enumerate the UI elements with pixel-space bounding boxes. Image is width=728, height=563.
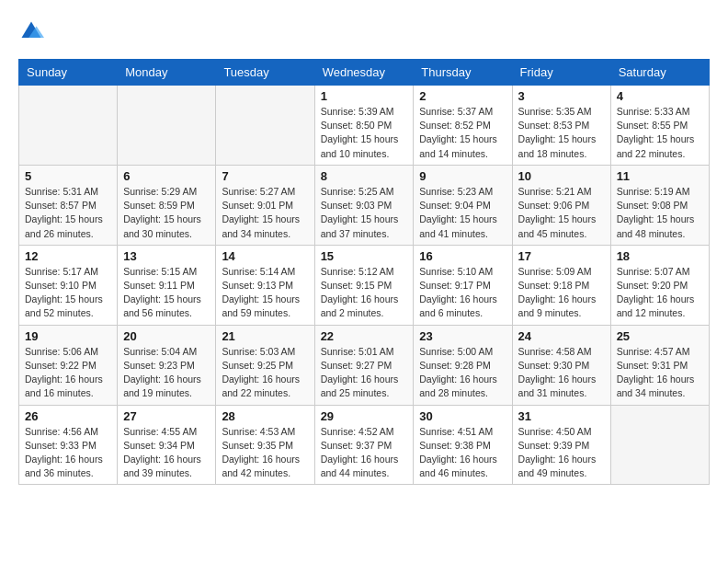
day-cell: 11Sunrise: 5:19 AM Sunset: 9:08 PM Dayli…: [610, 165, 709, 245]
day-number: 27: [123, 409, 210, 423]
day-number: 14: [222, 249, 308, 263]
day-number: 18: [617, 249, 703, 263]
day-cell: 17Sunrise: 5:09 AM Sunset: 9:18 PM Dayli…: [512, 245, 610, 325]
day-cell: 27Sunrise: 4:55 AM Sunset: 9:34 PM Dayli…: [118, 405, 216, 485]
day-cell: 1Sunrise: 5:39 AM Sunset: 8:50 PM Daylig…: [314, 86, 414, 166]
day-number: 25: [617, 329, 703, 343]
day-number: 13: [123, 249, 210, 263]
day-info: Sunrise: 5:25 AM Sunset: 9:03 PM Dayligh…: [321, 185, 408, 241]
day-info: Sunrise: 5:19 AM Sunset: 9:08 PM Dayligh…: [617, 185, 703, 241]
day-info: Sunrise: 5:10 AM Sunset: 9:17 PM Dayligh…: [419, 265, 506, 321]
column-header-wednesday: Wednesday: [314, 60, 414, 86]
day-cell: 9Sunrise: 5:23 AM Sunset: 9:04 PM Daylig…: [414, 165, 512, 245]
day-cell: 14Sunrise: 5:14 AM Sunset: 9:13 PM Dayli…: [216, 245, 314, 325]
day-info: Sunrise: 5:39 AM Sunset: 8:50 PM Dayligh…: [321, 105, 408, 161]
day-info: Sunrise: 4:55 AM Sunset: 9:34 PM Dayligh…: [123, 425, 210, 481]
day-number: 20: [123, 329, 210, 343]
day-number: 8: [321, 169, 408, 183]
day-cell: 31Sunrise: 4:50 AM Sunset: 9:39 PM Dayli…: [512, 405, 610, 485]
week-row-5: 26Sunrise: 4:56 AM Sunset: 9:33 PM Dayli…: [19, 405, 710, 485]
day-info: Sunrise: 4:50 AM Sunset: 9:39 PM Dayligh…: [518, 425, 605, 481]
day-info: Sunrise: 5:27 AM Sunset: 9:01 PM Dayligh…: [222, 185, 308, 241]
day-number: 6: [123, 169, 210, 183]
week-row-2: 5Sunrise: 5:31 AM Sunset: 8:57 PM Daylig…: [19, 165, 710, 245]
day-number: 5: [25, 169, 111, 183]
day-info: Sunrise: 5:15 AM Sunset: 9:11 PM Dayligh…: [123, 265, 210, 321]
column-header-thursday: Thursday: [414, 60, 512, 86]
day-cell: 29Sunrise: 4:52 AM Sunset: 9:37 PM Dayli…: [314, 405, 414, 485]
header-row: SundayMondayTuesdayWednesdayThursdayFrid…: [19, 60, 710, 86]
week-row-4: 19Sunrise: 5:06 AM Sunset: 9:22 PM Dayli…: [19, 325, 710, 405]
column-header-monday: Monday: [118, 60, 216, 86]
day-number: 30: [419, 409, 506, 423]
day-number: 10: [518, 169, 605, 183]
day-cell: 20Sunrise: 5:04 AM Sunset: 9:23 PM Dayli…: [118, 325, 216, 405]
day-info: Sunrise: 5:07 AM Sunset: 9:20 PM Dayligh…: [617, 265, 703, 321]
day-number: 11: [617, 169, 703, 183]
day-number: 2: [419, 89, 506, 103]
logo: [18, 18, 51, 44]
day-cell: [216, 86, 314, 166]
day-number: 9: [419, 169, 506, 183]
day-info: Sunrise: 4:51 AM Sunset: 9:38 PM Dayligh…: [419, 425, 506, 481]
day-number: 16: [419, 249, 506, 263]
day-info: Sunrise: 5:00 AM Sunset: 9:28 PM Dayligh…: [419, 345, 506, 401]
day-number: 19: [25, 329, 111, 343]
day-info: Sunrise: 5:09 AM Sunset: 9:18 PM Dayligh…: [518, 265, 605, 321]
day-cell: 6Sunrise: 5:29 AM Sunset: 8:59 PM Daylig…: [118, 165, 216, 245]
week-row-1: 1Sunrise: 5:39 AM Sunset: 8:50 PM Daylig…: [19, 86, 710, 166]
day-cell: 19Sunrise: 5:06 AM Sunset: 9:22 PM Dayli…: [19, 325, 118, 405]
day-number: 15: [321, 249, 408, 263]
day-info: Sunrise: 5:12 AM Sunset: 9:15 PM Dayligh…: [321, 265, 408, 321]
day-info: Sunrise: 5:29 AM Sunset: 8:59 PM Dayligh…: [123, 185, 210, 241]
day-cell: 7Sunrise: 5:27 AM Sunset: 9:01 PM Daylig…: [216, 165, 314, 245]
day-cell: 21Sunrise: 5:03 AM Sunset: 9:25 PM Dayli…: [216, 325, 314, 405]
day-info: Sunrise: 5:21 AM Sunset: 9:06 PM Dayligh…: [518, 185, 605, 241]
column-header-saturday: Saturday: [610, 60, 709, 86]
calendar-body: 1Sunrise: 5:39 AM Sunset: 8:50 PM Daylig…: [19, 86, 710, 485]
day-info: Sunrise: 5:37 AM Sunset: 8:52 PM Dayligh…: [419, 105, 506, 161]
day-info: Sunrise: 4:57 AM Sunset: 9:31 PM Dayligh…: [617, 345, 703, 401]
day-number: 23: [419, 329, 506, 343]
day-cell: 22Sunrise: 5:01 AM Sunset: 9:27 PM Dayli…: [314, 325, 414, 405]
day-info: Sunrise: 4:56 AM Sunset: 9:33 PM Dayligh…: [25, 425, 111, 481]
day-number: 12: [25, 249, 111, 263]
logo-icon: [18, 18, 44, 44]
day-number: 28: [222, 409, 308, 423]
day-number: 21: [222, 329, 308, 343]
calendar-table: SundayMondayTuesdayWednesdayThursdayFrid…: [18, 59, 710, 485]
day-number: 7: [222, 169, 308, 183]
week-row-3: 12Sunrise: 5:17 AM Sunset: 9:10 PM Dayli…: [19, 245, 710, 325]
day-info: Sunrise: 5:35 AM Sunset: 8:53 PM Dayligh…: [518, 105, 605, 161]
column-header-friday: Friday: [512, 60, 610, 86]
day-cell: [610, 405, 709, 485]
day-number: 26: [25, 409, 111, 423]
day-cell: 5Sunrise: 5:31 AM Sunset: 8:57 PM Daylig…: [19, 165, 118, 245]
day-cell: 28Sunrise: 4:53 AM Sunset: 9:35 PM Dayli…: [216, 405, 314, 485]
day-cell: 24Sunrise: 4:58 AM Sunset: 9:30 PM Dayli…: [512, 325, 610, 405]
day-number: 24: [518, 329, 605, 343]
column-header-tuesday: Tuesday: [216, 60, 314, 86]
day-info: Sunrise: 5:31 AM Sunset: 8:57 PM Dayligh…: [25, 185, 111, 241]
day-cell: 10Sunrise: 5:21 AM Sunset: 9:06 PM Dayli…: [512, 165, 610, 245]
day-number: 29: [321, 409, 408, 423]
day-cell: 16Sunrise: 5:10 AM Sunset: 9:17 PM Dayli…: [414, 245, 512, 325]
day-cell: 26Sunrise: 4:56 AM Sunset: 9:33 PM Dayli…: [19, 405, 118, 485]
day-number: 31: [518, 409, 605, 423]
day-cell: 18Sunrise: 5:07 AM Sunset: 9:20 PM Dayli…: [610, 245, 709, 325]
day-cell: 23Sunrise: 5:00 AM Sunset: 9:28 PM Dayli…: [414, 325, 512, 405]
day-info: Sunrise: 5:03 AM Sunset: 9:25 PM Dayligh…: [222, 345, 308, 401]
day-info: Sunrise: 5:17 AM Sunset: 9:10 PM Dayligh…: [25, 265, 111, 321]
day-info: Sunrise: 5:01 AM Sunset: 9:27 PM Dayligh…: [321, 345, 408, 401]
day-number: 4: [617, 89, 703, 103]
day-info: Sunrise: 4:53 AM Sunset: 9:35 PM Dayligh…: [222, 425, 308, 481]
day-number: 3: [518, 89, 605, 103]
day-number: 1: [321, 89, 408, 103]
day-info: Sunrise: 5:06 AM Sunset: 9:22 PM Dayligh…: [25, 345, 111, 401]
column-header-sunday: Sunday: [19, 60, 118, 86]
day-cell: 3Sunrise: 5:35 AM Sunset: 8:53 PM Daylig…: [512, 86, 610, 166]
day-number: 22: [321, 329, 408, 343]
day-cell: [118, 86, 216, 166]
day-info: Sunrise: 5:04 AM Sunset: 9:23 PM Dayligh…: [123, 345, 210, 401]
day-info: Sunrise: 5:14 AM Sunset: 9:13 PM Dayligh…: [222, 265, 308, 321]
